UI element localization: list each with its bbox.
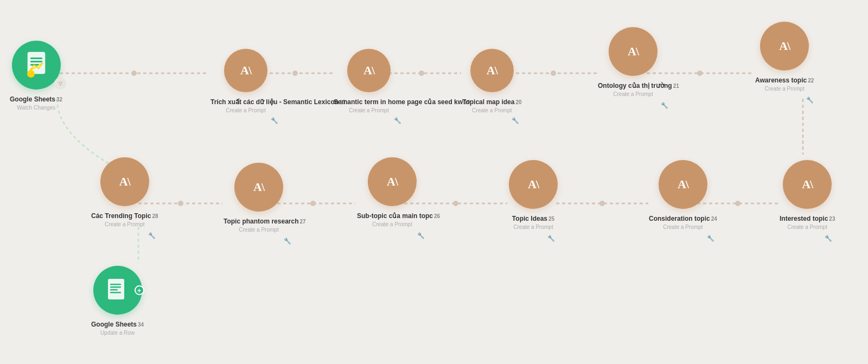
node-topic-phantom[interactable]: A\ Topic phantom research27 Create a Pro…: [224, 163, 294, 233]
node-google-sheets-2[interactable]: + Google Sheets34 Update a Row: [91, 266, 144, 336]
topic-phantom-circle[interactable]: A\: [234, 163, 283, 212]
svg-rect-30: [110, 284, 121, 285]
interested-label: Interested topic23 Create a Prompt: [780, 213, 835, 230]
ai-logo-9: A\: [528, 177, 539, 191]
svg-point-18: [453, 201, 458, 206]
cac-trending-circle[interactable]: A\: [100, 157, 149, 206]
node-topic-ideas[interactable]: A\ Topic Ideas25 Create a Prompt 🔧: [509, 160, 558, 230]
svg-rect-23: [30, 58, 42, 59]
svg-point-16: [178, 201, 183, 206]
wrench-icon-5: 🔧: [806, 97, 814, 104]
interested-circle[interactable]: A\: [783, 160, 832, 209]
svg-point-19: [599, 201, 605, 206]
svg-rect-24: [30, 61, 42, 62]
wrench-icon-2: 🔧: [394, 117, 401, 124]
awareness-label: Awareness topic22 Create a Prompt: [755, 75, 814, 92]
node-sub-topic[interactable]: A\ Sub-topic của main topc26 Create a Pr…: [357, 157, 427, 227]
plus-badge: +: [135, 285, 144, 295]
topic-ideas-label: Topic Ideas25 Create a Prompt: [512, 213, 554, 230]
ontology-label: Ontology của thị trường21 Create a Promp…: [598, 80, 668, 97]
node-awareness[interactable]: A\ Awareness topic22 Create a Prompt 🔧: [755, 22, 814, 92]
topic-ideas-circle[interactable]: A\: [509, 160, 558, 209]
svg-rect-32: [110, 289, 118, 291]
topic-phantom-label: Topic phantom research27 Create a Prompt: [224, 216, 294, 233]
svg-point-13: [419, 71, 424, 76]
node-ontology[interactable]: A\ Ontology của thị trường21 Create a Pr…: [598, 27, 668, 97]
node-consideration[interactable]: A\ Consideration topic24 Create a Prompt…: [649, 160, 717, 230]
svg-point-17: [310, 201, 316, 206]
wrench-icon-11: 🔧: [825, 235, 832, 242]
ai-logo-2: A\: [363, 63, 374, 78]
node-trich-xuat[interactable]: A\ Trích xuất các dữ liệu - Semantic Lex…: [210, 49, 281, 113]
google-sheets-1-label: Google Sheets32 Watch Changes: [10, 94, 62, 111]
google-sheets-1-circle[interactable]: ⚡: [12, 41, 61, 90]
ai-logo-11: A\: [802, 177, 813, 191]
sub-topic-circle[interactable]: A\: [368, 157, 417, 206]
svg-rect-33: [110, 292, 121, 293]
ontology-circle[interactable]: A\: [609, 27, 658, 76]
sub-topic-label: Sub-topic của main topc26 Create a Promp…: [357, 210, 427, 227]
filter-icon-1: ▽: [54, 78, 66, 90]
wrench-icon-10: 🔧: [707, 235, 714, 242]
svg-text:⚡: ⚡: [28, 71, 35, 78]
wrench-icon-7: 🔧: [284, 238, 291, 245]
node-google-sheets-1[interactable]: ⚡ Google Sheets32 Watch Changes ▽: [10, 41, 62, 111]
svg-point-20: [735, 201, 741, 206]
node-topical-map[interactable]: A\ Topical map idea20 Create a Prompt 🔧: [462, 49, 522, 113]
ai-logo-7: A\: [253, 180, 264, 194]
trich-xuat-circle[interactable]: A\: [224, 49, 267, 92]
topical-map-circle[interactable]: A\: [470, 49, 514, 92]
ai-logo-3: A\: [487, 63, 497, 78]
svg-point-12: [292, 71, 298, 76]
svg-point-11: [131, 71, 137, 76]
wrench-icon-1: 🔧: [271, 117, 278, 124]
node-interested[interactable]: A\ Interested topic23 Create a Prompt 🔧: [780, 160, 835, 230]
semantic-term-label: Semantic term in home page của seed kw19…: [334, 97, 404, 113]
ai-logo-5: A\: [779, 39, 790, 53]
google-sheets-2-label: Google Sheets34 Update a Row: [91, 319, 144, 336]
cac-trending-label: Các Trending Topic28 Create a Prompt: [91, 210, 158, 227]
ai-logo-4: A\: [628, 44, 639, 59]
wrench-icon-4: 🔧: [661, 102, 668, 109]
ai-logo-8: A\: [387, 175, 398, 189]
svg-point-15: [697, 71, 703, 76]
wrench-icon-6: 🔧: [148, 232, 156, 239]
ai-logo: A\: [240, 63, 251, 78]
wrench-icon-9: 🔧: [547, 235, 555, 242]
consideration-label: Consideration topic24 Create a Prompt: [649, 213, 717, 230]
wrench-icon-8: 🔧: [417, 232, 425, 239]
svg-rect-31: [110, 286, 121, 288]
consideration-circle[interactable]: A\: [659, 160, 707, 209]
awareness-circle[interactable]: A\: [760, 22, 809, 71]
semantic-term-circle[interactable]: A\: [347, 49, 391, 92]
node-cac-trending[interactable]: A\ Các Trending Topic28 Create a Prompt …: [91, 157, 158, 227]
trich-xuat-label: Trích xuất các dữ liệu - Semantic Lexico…: [210, 97, 281, 113]
ai-logo-10: A\: [678, 177, 688, 191]
wrench-icon-3: 🔧: [512, 117, 519, 124]
svg-point-14: [551, 71, 556, 76]
ai-logo-6: A\: [119, 175, 130, 189]
google-sheets-2-circle[interactable]: +: [93, 266, 142, 315]
node-semantic-term[interactable]: A\ Semantic term in home page của seed k…: [334, 49, 404, 113]
topical-map-label: Topical map idea20 Create a Prompt: [462, 97, 522, 113]
